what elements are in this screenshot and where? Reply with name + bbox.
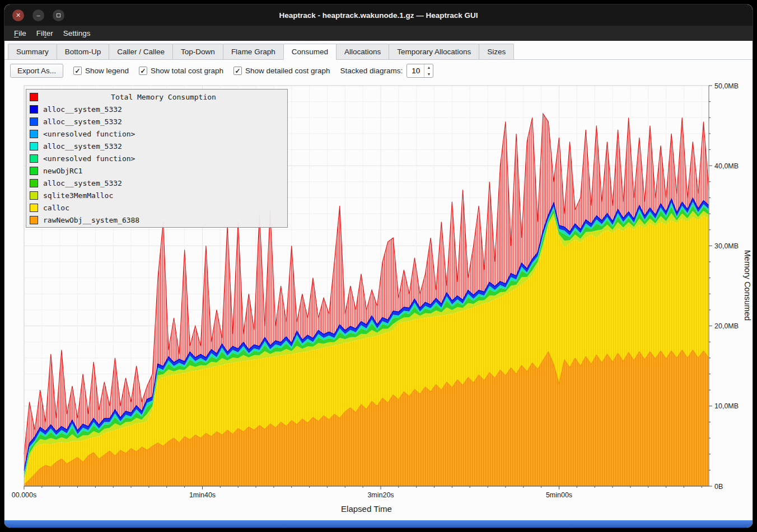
svg-text:3min20s: 3min20s (367, 491, 394, 499)
tab-top-down[interactable]: Top-Down (172, 44, 223, 60)
svg-text:40,0MB: 40,0MB (714, 162, 739, 170)
legend-item-label: newObjRC1 (43, 167, 82, 175)
check-icon: ✓ (141, 68, 146, 74)
tab-caller-callee[interactable]: Caller / Callee (109, 44, 173, 60)
checkbox-show-legend[interactable]: ✓Show legend (73, 67, 129, 75)
tab-flame-graph[interactable]: Flame Graph (223, 44, 284, 60)
legend-item: alloc__system_5332 (26, 103, 287, 115)
spinbox-buttons: ▲ ▼ (424, 64, 433, 77)
legend-swatch (30, 216, 38, 224)
svg-text:30,0MB: 30,0MB (714, 242, 739, 250)
legend-title: Total Memory Consumption (43, 93, 284, 101)
svg-text:00.000s: 00.000s (12, 491, 36, 499)
legend-swatch (30, 142, 38, 150)
spinbox-up-icon[interactable]: ▲ (424, 64, 433, 71)
window-controls: ✕ – (12, 4, 64, 26)
legend-swatch (30, 179, 38, 187)
svg-text:0B: 0B (714, 483, 723, 491)
tab-bar: SummaryBottom-UpCaller / CalleeTop-DownF… (4, 41, 753, 60)
spinbox-down-icon[interactable]: ▼ (424, 71, 433, 78)
legend-item: sqlite3MemMalloc (26, 189, 287, 201)
legend-item-label: sqlite3MemMalloc (43, 191, 113, 200)
tab-bottom-up[interactable]: Bottom-Up (57, 44, 110, 60)
legend-swatch (30, 154, 38, 163)
legend-swatch (30, 117, 38, 126)
tab-temporary-allocations[interactable]: Temporary Allocations (389, 44, 479, 60)
stacked-diagrams-spinbox[interactable]: 10 ▲ ▼ (406, 64, 433, 78)
menu-settings[interactable]: Settings (58, 27, 96, 40)
tab-summary[interactable]: Summary (8, 44, 57, 60)
legend-title-row: Total Memory Consumption (26, 91, 287, 103)
legend-item: alloc__system_5332 (26, 140, 287, 152)
app-window: ✕ – Heaptrack - heaptrack.wakunode.1.gz … (4, 4, 753, 528)
checkbox-label: Show detailed cost graph (245, 67, 330, 75)
svg-text:5min00s: 5min00s (546, 491, 572, 499)
chart-area: 00.000s1min40s3min20s5min00s0B10,0MB20,0… (4, 81, 753, 520)
legend-item: alloc__system_5332 (26, 177, 287, 189)
tab-sizes[interactable]: Sizes (479, 44, 514, 60)
legend-item-label: <unresolved function> (43, 154, 135, 163)
tab-allocations[interactable]: Allocations (336, 44, 389, 60)
close-icon: ✕ (16, 12, 21, 18)
check-icon: ✓ (235, 68, 240, 74)
legend-swatch (30, 130, 38, 138)
legend-item-label: calloc (43, 204, 69, 212)
checkbox-label: Show legend (85, 67, 129, 75)
svg-text:1min40s: 1min40s (189, 491, 216, 499)
minimize-button[interactable]: – (32, 10, 44, 21)
y-axis-title: Memory Consumed (743, 250, 752, 321)
legend-item-label: alloc__system_5332 (43, 105, 122, 114)
checkbox-box[interactable]: ✓ (139, 67, 147, 75)
svg-text:10,0MB: 10,0MB (714, 402, 739, 410)
menubar: FileFilterSettings (4, 26, 753, 41)
legend-item-label: alloc__system_5332 (43, 117, 122, 126)
legend-swatch (30, 105, 38, 114)
checkbox-show-detailed-cost-graph[interactable]: ✓Show detailed cost graph (233, 67, 330, 75)
export-as-button[interactable]: Export As... (10, 64, 63, 78)
chart-range-scrollbar[interactable] (4, 520, 753, 528)
legend-item: calloc (26, 201, 287, 214)
stacked-diagrams-group: Stacked diagrams: 10 ▲ ▼ (340, 64, 434, 78)
chart-legend: Total Memory Consumption alloc__system_5… (26, 89, 288, 228)
menu-file[interactable]: File (9, 27, 31, 40)
legend-item: newObjRC1 (26, 164, 287, 177)
maximize-icon (57, 13, 60, 17)
x-axis-title: Elapsed Time (24, 504, 709, 514)
legend-swatch (30, 167, 38, 175)
legend-item: <unresolved function> (26, 152, 287, 164)
legend-item-label: alloc__system_5332 (43, 142, 122, 150)
checkbox-group: ✓Show legend✓Show total cost graph✓Show … (73, 67, 330, 75)
toolbar: Export As... ✓Show legend✓Show total cos… (4, 60, 753, 81)
tab-consumed[interactable]: Consumed (283, 44, 337, 60)
maximize-button[interactable] (53, 10, 64, 21)
checkbox-show-total-cost-graph[interactable]: ✓Show total cost graph (139, 67, 223, 75)
close-button[interactable]: ✕ (12, 10, 24, 21)
legend-item-label: rawNewObj__system_6388 (43, 216, 139, 224)
legend-item-label: alloc__system_5332 (43, 179, 122, 187)
checkbox-box[interactable]: ✓ (233, 67, 242, 75)
spinbox-value[interactable]: 10 (407, 64, 424, 77)
legend-item: <unresolved function> (26, 128, 287, 140)
minimize-icon: – (36, 12, 40, 18)
legend-swatch (30, 204, 38, 212)
svg-text:20,0MB: 20,0MB (714, 322, 739, 330)
menu-filter[interactable]: Filter (31, 27, 58, 40)
svg-text:50,0MB: 50,0MB (714, 82, 739, 90)
legend-item: rawNewObj__system_6388 (26, 214, 287, 226)
legend-swatch (30, 191, 38, 200)
titlebar[interactable]: ✕ – Heaptrack - heaptrack.wakunode.1.gz … (4, 4, 753, 26)
legend-item: alloc__system_5332 (26, 115, 287, 128)
legend-swatch-total (30, 93, 38, 101)
checkbox-label: Show total cost graph (151, 67, 223, 75)
check-icon: ✓ (75, 68, 81, 74)
stacked-diagrams-label: Stacked diagrams: (340, 67, 403, 75)
legend-item-label: <unresolved function> (43, 130, 135, 138)
window-title: Heaptrack - heaptrack.wakunode.1.gz — He… (279, 11, 478, 20)
checkbox-box[interactable]: ✓ (73, 67, 82, 75)
